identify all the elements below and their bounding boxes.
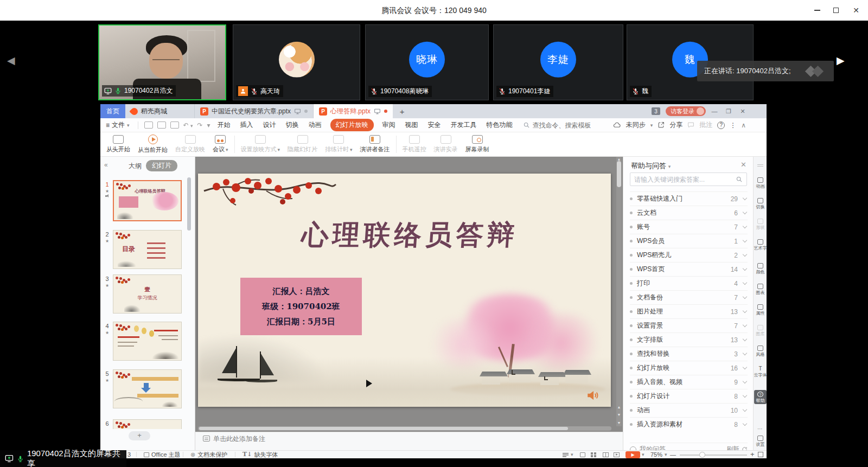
- share-button[interactable]: 分享: [669, 120, 682, 130]
- audio-speaker-icon[interactable]: [586, 388, 600, 402]
- tool-settings[interactable]: 设置: [754, 436, 767, 447]
- help-topic[interactable]: 查找和替换3: [630, 347, 748, 361]
- new-tab-button[interactable]: +: [393, 104, 411, 118]
- zoom-out-button[interactable]: —: [670, 451, 676, 458]
- tool-animation[interactable]: 动画: [754, 177, 767, 189]
- fit-window-button[interactable]: [758, 451, 763, 458]
- tab-document-1[interactable]: P 中国近代史纲要第六章.pptx: [195, 104, 314, 118]
- help-topic[interactable]: 插入音频、视频9: [630, 375, 748, 389]
- notes-bar[interactable]: 单击此处添加备注: [195, 432, 623, 450]
- menu-features[interactable]: 特色功能: [487, 120, 513, 130]
- play-dropdown-icon[interactable]: ▾: [642, 451, 644, 458]
- help-topic[interactable]: 零基础快速入门29: [630, 191, 748, 206]
- toolbar-more-icon[interactable]: ▾: [207, 121, 210, 129]
- file-menu[interactable]: ≡ 文件 ▾: [106, 120, 130, 130]
- collapse-ribbon-icon[interactable]: ∧: [741, 121, 746, 129]
- protection-status[interactable]: ⊗文档未保护: [190, 451, 227, 458]
- play-from-current-button[interactable]: 从当前开始: [134, 132, 171, 156]
- theme-status[interactable]: Office 主题: [144, 451, 181, 458]
- notes-view-toggle[interactable]: ▾: [563, 451, 573, 458]
- slides-tab-active[interactable]: 幻灯片: [146, 160, 177, 171]
- help-topic[interactable]: 设置背景7: [630, 318, 748, 332]
- menu-review[interactable]: 审阅: [382, 120, 395, 130]
- custom-show-button[interactable]: 自定义放映: [171, 132, 209, 156]
- slide-thumbnail-1[interactable]: 1 ★ 心理联络员答辩: [100, 180, 195, 223]
- vertical-scrollbar[interactable]: ▲ ▲ ▼ ▼: [616, 157, 622, 426]
- rehearse-timing-button[interactable]: 排练计时▾: [321, 132, 356, 156]
- wps-restore-icon[interactable]: ❐: [725, 108, 732, 115]
- play-slideshow-button[interactable]: ▶: [626, 451, 640, 458]
- comment-button[interactable]: 批注: [699, 120, 712, 130]
- slideshow-view-button[interactable]: [614, 451, 620, 458]
- scroll-right-icon[interactable]: ▶: [837, 54, 845, 67]
- zoom-level[interactable]: 75%▾: [650, 451, 667, 458]
- help-topic[interactable]: 图片处理13: [630, 304, 748, 318]
- slide-canvas[interactable]: 心理联络员答辩 汇报人：吕浩文 班级：19070402班 汇报日期：5月5日: [198, 174, 611, 407]
- menu-insert[interactable]: 插入: [240, 120, 253, 130]
- menu-start[interactable]: 开始: [218, 120, 231, 130]
- slide-thumbnail-3[interactable]: 3 ★ 壹 学习情况: [100, 274, 195, 318]
- help-close-icon[interactable]: ✕: [741, 161, 746, 169]
- zoom-slider[interactable]: [680, 455, 747, 456]
- slide-thumbnail-6[interactable]: 6: [100, 419, 195, 429]
- help-search-input[interactable]: [634, 176, 736, 183]
- reading-view-button[interactable]: [603, 451, 609, 458]
- zoom-in-button[interactable]: +: [750, 451, 755, 458]
- redo-icon[interactable]: ↷: [197, 121, 202, 129]
- tab-docer-store[interactable]: 稻壳商城: [125, 104, 195, 118]
- slide-thumbnail-5[interactable]: 5 ★: [100, 369, 195, 413]
- help-topic[interactable]: 幻灯片设计8: [630, 389, 748, 403]
- command-search-input[interactable]: [533, 121, 597, 129]
- task-count-badge[interactable]: 3: [652, 107, 660, 115]
- add-slide-button[interactable]: +: [129, 431, 150, 440]
- missing-font-status[interactable]: T↓缺失字体: [242, 451, 278, 458]
- speaker-notes-button[interactable]: 演讲者备注: [356, 132, 394, 156]
- maximize-icon[interactable]: [833, 8, 839, 13]
- tool-charts[interactable]: 图表: [754, 284, 767, 295]
- wps-minimize-icon[interactable]: —: [711, 108, 718, 115]
- tool-properties[interactable]: 属性: [754, 304, 767, 316]
- tool-transition[interactable]: 切换: [754, 198, 767, 209]
- video-tile-2[interactable]: 高天琦: [233, 24, 360, 100]
- play-from-start-button[interactable]: 从头开始: [103, 132, 134, 156]
- wps-close-icon[interactable]: ✕: [739, 108, 746, 115]
- tool-gallery[interactable]: 图库: [754, 325, 767, 336]
- normal-view-button[interactable]: [580, 451, 585, 458]
- save-icon[interactable]: [144, 121, 153, 129]
- help-topic[interactable]: WPS首页14: [630, 262, 748, 276]
- tool-shapes[interactable]: 形状: [754, 219, 767, 230]
- guest-login-button[interactable]: 访客登录: [666, 106, 706, 116]
- vertical-scrollbar-thumb[interactable]: [617, 161, 621, 187]
- print-preview-icon[interactable]: [170, 121, 179, 129]
- help-topic[interactable]: WPS会员1: [630, 234, 748, 248]
- screen-record-button[interactable]: 屏幕录制: [462, 132, 493, 156]
- slide-thumbnail-4[interactable]: 4 ★: [100, 322, 195, 365]
- help-topic[interactable]: 云文档6: [630, 206, 748, 220]
- print-icon[interactable]: [157, 121, 166, 129]
- phone-remote-button[interactable]: 手机遥控: [399, 132, 430, 156]
- video-tile-4[interactable]: 李婕 19070401李婕: [493, 24, 623, 100]
- minimize-icon[interactable]: [814, 10, 820, 11]
- menu-security[interactable]: 安全: [428, 120, 441, 130]
- lecture-record-button[interactable]: 演讲实录: [430, 132, 462, 156]
- help-icon[interactable]: ?: [717, 121, 725, 129]
- help-topic[interactable]: WPS稻壳儿2: [630, 248, 748, 262]
- tab-document-2-active[interactable]: P 心理答辩.pptx: [314, 104, 393, 118]
- help-topic[interactable]: 插入资源和素材8: [630, 417, 748, 431]
- help-topic[interactable]: 打印4: [630, 276, 748, 290]
- toolbar-more-icon[interactable]: ⋯: [754, 426, 767, 432]
- help-topic[interactable]: 账号7: [630, 220, 748, 234]
- hide-slide-button[interactable]: 隐藏幻灯片: [284, 132, 321, 156]
- menu-slideshow-active[interactable]: 幻灯片放映: [330, 119, 374, 131]
- help-search-box[interactable]: [630, 172, 747, 186]
- video-tile-3[interactable]: 晓琳 19070408蔺晓琳: [365, 24, 489, 100]
- tool-help-active[interactable]: ?帮助: [754, 390, 767, 404]
- undo-icon[interactable]: ↶ ▾: [183, 121, 193, 129]
- panel-scrollbar[interactable]: [187, 177, 191, 231]
- help-topic[interactable]: 文字排版13: [630, 332, 748, 347]
- sync-status[interactable]: 未同步: [626, 120, 646, 130]
- menu-animation[interactable]: 动画: [309, 120, 322, 130]
- help-topic[interactable]: 动画10: [630, 403, 748, 417]
- tool-wordart[interactable]: 艺术字: [754, 239, 767, 251]
- help-topic[interactable]: 文档备份7: [630, 290, 748, 304]
